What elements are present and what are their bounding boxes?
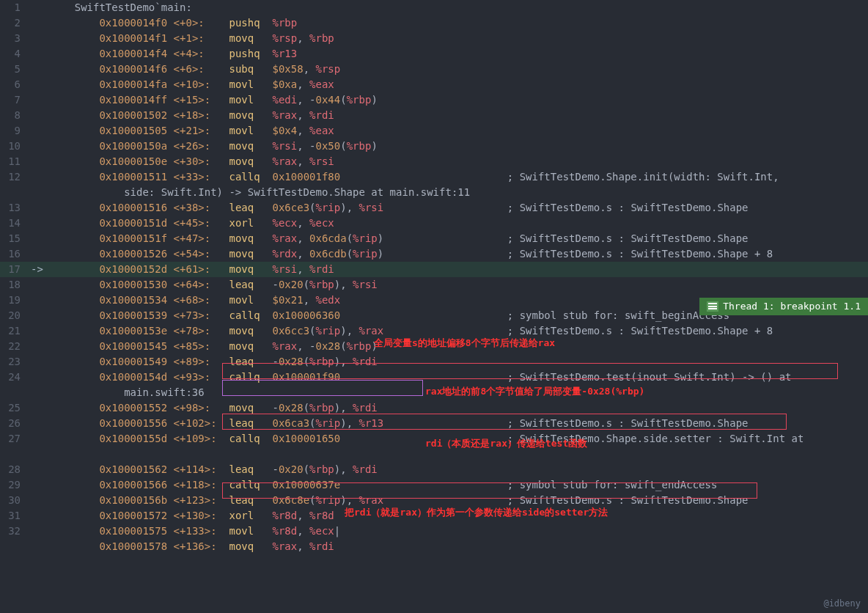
code-line: side: Swift.Int) -> SwiftTestDemo.Shape … <box>0 185 868 200</box>
code-content: 0x10000154d <+93>: callq 0x100001f90 ; S… <box>50 370 868 385</box>
code-line: 18 0x100001530 <+64>: leaq -0x20(%rbp), … <box>0 277 868 293</box>
code-line: 23 0x100001549 <+89>: leaq -0x28(%rbp), … <box>0 354 868 370</box>
code-content: 0x100001575 <+133>: movl %r8d, %ecx| <box>50 524 868 539</box>
code-line: 24 0x10000154d <+93>: callq 0x100001f90 … <box>0 370 868 385</box>
disassembly-editor: 1 SwiftTestDemo`main:2 0x1000014f0 <+0>:… <box>0 0 868 554</box>
code-line: 29 0x100001566 <+118>: callq 0x10000637e… <box>0 477 868 493</box>
current-line-arrow <box>29 123 50 139</box>
code-line: 5 0x1000014f6 <+6>: subq $0x58, %rsp <box>0 62 868 77</box>
current-line-arrow <box>29 462 50 477</box>
code-line: 6 0x1000014fa <+10>: movl $0xa, %eax <box>0 77 868 92</box>
code-content <box>50 447 868 462</box>
code-content: 0x100001572 <+130>: xorl %r8d, %r8d <box>50 508 868 524</box>
line-number: 9 <box>0 123 29 139</box>
current-line-arrow <box>29 293 50 308</box>
code-line: 26 0x100001556 <+102>: leaq 0x6ca3(%rip)… <box>0 416 868 431</box>
current-line-arrow <box>29 308 50 323</box>
code-line: 30 0x10000156b <+123>: leaq 0x6c8e(%rip)… <box>0 493 868 508</box>
code-content: 0x100001502 <+18>: movq %rax, %rdi <box>50 108 868 123</box>
current-line-arrow <box>29 524 50 539</box>
line-number: 26 <box>0 416 29 431</box>
code-line: 15 0x10000151f <+47>: movq %rax, 0x6cda(… <box>0 231 868 246</box>
code-content: 0x10000156b <+123>: leaq 0x6c8e(%rip), %… <box>50 493 868 508</box>
current-line-arrow: -> <box>29 262 50 277</box>
line-number: 23 <box>0 354 29 370</box>
code-line: 13 0x100001516 <+38>: leaq 0x6ce3(%rip),… <box>0 200 868 216</box>
code-content: 0x100001578 <+136>: movq %rax, %rdi <box>50 539 868 554</box>
code-line: main.swift:36 <box>0 385 868 400</box>
code-content: 0x100001530 <+64>: leaq -0x20(%rbp), %rs… <box>50 277 868 293</box>
current-line-arrow <box>29 431 50 447</box>
code-content: main.swift:36 <box>50 385 868 400</box>
watermark: @idbeny <box>823 597 861 610</box>
code-content: 0x1000014ff <+15>: movl %edi, -0x44(%rbp… <box>50 92 868 108</box>
code-content: side: Swift.Int) -> SwiftTestDemo.Shape … <box>50 185 868 200</box>
line-number: 25 <box>0 400 29 416</box>
code-line: 32 0x100001575 <+133>: movl %r8d, %ecx| <box>0 524 868 539</box>
code-line: 4 0x1000014f4 <+4>: pushq %r13 <box>0 46 868 62</box>
code-line: 27 0x10000155d <+109>: callq 0x100001650… <box>0 431 868 447</box>
line-number <box>0 447 29 462</box>
line-number: 13 <box>0 200 29 216</box>
code-line: 3 0x1000014f1 <+1>: movq %rsp, %rbp <box>0 31 868 46</box>
current-line-arrow <box>29 31 50 46</box>
line-number <box>0 185 29 200</box>
current-line-arrow <box>29 0 50 15</box>
line-number: 29 <box>0 477 29 493</box>
code-content: 0x10000155d <+109>: callq 0x100001650 ; … <box>50 431 868 447</box>
line-number <box>0 539 29 554</box>
code-line: 0x100001578 <+136>: movq %rax, %rdi <box>0 539 868 554</box>
code-line: 25 0x100001552 <+98>: movq -0x28(%rbp), … <box>0 400 868 416</box>
code-line: 9 0x100001505 <+21>: movl $0x4, %eax <box>0 123 868 139</box>
code-content: 0x10000153e <+78>: movq 0x6cc3(%rip), %r… <box>50 323 868 339</box>
current-line-arrow <box>29 139 50 154</box>
code-content: 0x100001562 <+114>: leaq -0x20(%rbp), %r… <box>50 462 868 477</box>
line-number: 16 <box>0 246 29 262</box>
current-line-arrow <box>29 46 50 62</box>
current-line-arrow <box>29 400 50 416</box>
menu-icon <box>707 301 718 312</box>
code-content: 0x100001556 <+102>: leaq 0x6ca3(%rip), %… <box>50 416 868 431</box>
current-line-arrow <box>29 370 50 385</box>
current-line-arrow <box>29 477 50 493</box>
current-line-arrow <box>29 15 50 31</box>
line-number: 19 <box>0 293 29 308</box>
code-line: 21 0x10000153e <+78>: movq 0x6cc3(%rip),… <box>0 323 868 339</box>
code-line <box>0 447 868 462</box>
code-content: 0x100001566 <+118>: callq 0x10000637e ; … <box>50 477 868 493</box>
code-line: 1 SwiftTestDemo`main: <box>0 0 868 15</box>
current-line-arrow <box>29 447 50 462</box>
line-number: 20 <box>0 308 29 323</box>
line-number: 27 <box>0 431 29 447</box>
code-content: 0x1000014f6 <+6>: subq $0x58, %rsp <box>50 62 868 77</box>
thread-badge: Thread 1: breakpoint 1.1 <box>699 298 868 315</box>
line-number: 5 <box>0 62 29 77</box>
line-number: 21 <box>0 323 29 339</box>
line-number: 15 <box>0 231 29 246</box>
code-line: 22 0x100001545 <+85>: movq %rax, -0x28(%… <box>0 339 868 354</box>
code-content: 0x10000151d <+45>: xorl %ecx, %ecx <box>50 216 868 231</box>
current-line-arrow <box>29 385 50 400</box>
current-line-arrow <box>29 92 50 108</box>
code-content: 0x1000014fa <+10>: movl $0xa, %eax <box>50 77 868 92</box>
current-line-arrow <box>29 246 50 262</box>
line-number: 3 <box>0 31 29 46</box>
line-number: 18 <box>0 277 29 293</box>
current-line-arrow <box>29 169 50 185</box>
code-line: 28 0x100001562 <+114>: leaq -0x20(%rbp),… <box>0 462 868 477</box>
line-number: 4 <box>0 46 29 62</box>
thread-badge-label: Thread 1: breakpoint 1.1 <box>723 299 861 314</box>
current-line-arrow <box>29 185 50 200</box>
code-content: 0x1000014f4 <+4>: pushq %r13 <box>50 46 868 62</box>
current-line-arrow <box>29 539 50 554</box>
current-line-arrow <box>29 154 50 169</box>
line-number: 14 <box>0 216 29 231</box>
code-content: 0x10000150a <+26>: movq %rsi, -0x50(%rbp… <box>50 139 868 154</box>
code-content: SwiftTestDemo`main: <box>50 0 868 15</box>
current-line-arrow <box>29 354 50 370</box>
code-line: 11 0x10000150e <+30>: movq %rax, %rsi <box>0 154 868 169</box>
code-content: 0x100001511 <+33>: callq 0x100001f80 ; S… <box>50 169 868 185</box>
current-line-arrow <box>29 493 50 508</box>
line-number: 2 <box>0 15 29 31</box>
code-line: 14 0x10000151d <+45>: xorl %ecx, %ecx <box>0 216 868 231</box>
